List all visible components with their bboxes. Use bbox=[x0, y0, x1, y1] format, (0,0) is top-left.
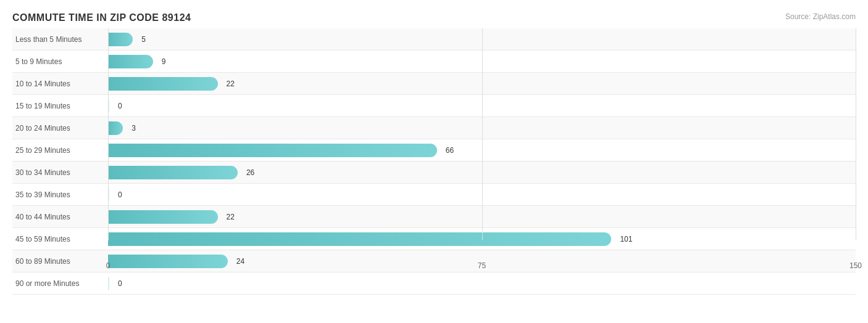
bars-section: Less than 5 Minutes55 to 9 Minutes910 to… bbox=[12, 28, 856, 259]
bar-label: 20 to 24 Minutes bbox=[12, 124, 108, 133]
bar-label: 30 to 34 Minutes bbox=[12, 168, 108, 177]
chart-area: Less than 5 Minutes55 to 9 Minutes910 to… bbox=[12, 28, 856, 277]
bar-label: 40 to 44 Minutes bbox=[12, 213, 108, 221]
bar-value: 0 bbox=[118, 190, 122, 199]
bar-fill bbox=[108, 121, 123, 135]
bar-row: 25 to 29 Minutes66 bbox=[12, 139, 856, 162]
gridline bbox=[482, 28, 483, 240]
bar-row: 5 to 9 Minutes9 bbox=[12, 51, 856, 73]
bar-fill bbox=[108, 210, 218, 224]
bar-label: 10 to 14 Minutes bbox=[12, 80, 108, 88]
bar-value: 9 bbox=[162, 57, 166, 66]
bar-row: 10 to 14 Minutes22 bbox=[12, 73, 856, 95]
gridline bbox=[108, 28, 109, 240]
chart-title: COMMUTE TIME IN ZIP CODE 89124 bbox=[12, 12, 856, 23]
bar-value: 101 bbox=[620, 235, 632, 243]
bar-value: 3 bbox=[131, 124, 136, 133]
bar-label: 35 to 39 Minutes bbox=[12, 190, 108, 199]
bar-value: 26 bbox=[246, 168, 254, 177]
bar-row: 45 to 59 Minutes101 bbox=[12, 228, 856, 250]
bar-label: 45 to 59 Minutes bbox=[12, 235, 108, 243]
bar-row: 35 to 39 Minutes0 bbox=[12, 184, 856, 206]
chart-container: COMMUTE TIME IN ZIP CODE 89124 Source: Z… bbox=[0, 0, 868, 323]
bar-fill bbox=[108, 33, 133, 46]
bar-label: 15 to 19 Minutes bbox=[12, 102, 108, 110]
bar-row: 15 to 19 Minutes0 bbox=[12, 95, 856, 117]
bar-label: Less than 5 Minutes bbox=[12, 35, 108, 44]
source-label: Source: ZipAtlas.com bbox=[785, 12, 856, 21]
gridline bbox=[856, 28, 856, 240]
bar-value: 0 bbox=[118, 102, 122, 110]
bar-fill bbox=[108, 144, 437, 157]
bar-value: 22 bbox=[227, 213, 235, 221]
bar-value: 22 bbox=[227, 80, 235, 88]
x-axis-tick: 150 bbox=[849, 259, 862, 270]
bar-row: 20 to 24 Minutes3 bbox=[12, 117, 856, 139]
bar-label: 90 or more Minutes bbox=[12, 279, 108, 288]
bar-value: 5 bbox=[141, 35, 146, 44]
bar-value: 0 bbox=[118, 279, 122, 288]
bar-row: 40 to 44 Minutes22 bbox=[12, 206, 856, 228]
bar-label: 60 to 89 Minutes bbox=[12, 257, 108, 266]
bar-label: 5 to 9 Minutes bbox=[12, 57, 108, 66]
bar-row: 30 to 34 Minutes26 bbox=[12, 162, 856, 184]
x-axis-tick: 0 bbox=[106, 259, 111, 270]
x-axis-tick: 75 bbox=[478, 259, 486, 270]
bar-fill bbox=[108, 166, 238, 179]
bar-fill bbox=[108, 232, 611, 246]
bar-label: 25 to 29 Minutes bbox=[12, 146, 108, 155]
x-axis: 075150 bbox=[108, 259, 856, 277]
bar-fill bbox=[108, 55, 153, 68]
bar-row: Less than 5 Minutes5 bbox=[12, 28, 856, 51]
bar-value: 66 bbox=[446, 146, 454, 155]
bar-fill bbox=[108, 277, 109, 290]
bar-fill bbox=[108, 77, 218, 91]
